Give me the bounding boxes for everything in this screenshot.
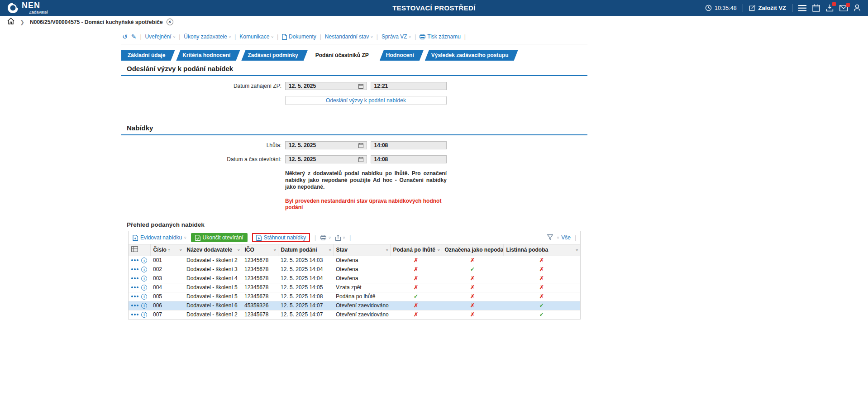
table-row[interactable]: i001Dodavatel - školení 21234567812. 5. … (129, 256, 580, 265)
calendar-icon[interactable] (358, 157, 363, 162)
menu-communication[interactable]: Komunikace ▿ (239, 33, 273, 40)
filter-caret-icon[interactable]: ▿ (180, 248, 182, 252)
column-header-stav[interactable]: Stav ▿ (333, 244, 390, 256)
filter-button[interactable] (547, 234, 553, 241)
column-header-nazev-dodavatele[interactable]: Název dodavatele ▿ (184, 244, 242, 256)
header-settings-cell[interactable] (129, 244, 150, 256)
filter-caret-icon[interactable]: ▿ (499, 248, 501, 252)
table-row[interactable]: i003Dodavatel - školení 41234567812. 5. … (129, 274, 580, 283)
breadcrumb-record-link[interactable]: N006/25/V00004575 - Domácí kuchyňské spo… (30, 19, 163, 25)
opening-date-field[interactable]: 12. 5. 2025 (285, 155, 367, 163)
filter-caret-icon[interactable]: ▿ (274, 248, 276, 252)
column-header-datum-podani[interactable]: Datum podání ▿ (278, 244, 333, 256)
row-menu-icon[interactable] (131, 286, 138, 288)
cell-number: 003 (150, 274, 184, 283)
notification-badge (832, 2, 836, 6)
print-table-button[interactable]: ▿ (320, 235, 331, 240)
finish-opening-button[interactable]: Ukončit otevírání (191, 233, 248, 242)
cell-submitted: 12. 5. 2025 14:05 (278, 283, 333, 292)
edit-record-icon[interactable]: ✎ (131, 33, 137, 40)
current-time: 10:35:48 (715, 5, 737, 11)
column-header-ico[interactable]: IČO ▿ (242, 244, 278, 256)
cell-ico: 45359326 (242, 301, 278, 310)
cell-marked-not-submitted: ✗ (442, 274, 503, 283)
table-row[interactable]: i007Dodavatel - školení 21234567812. 5. … (129, 310, 580, 319)
column-header-podana-po-lhute[interactable]: Podaná po lhůtě ▿ (390, 244, 442, 256)
row-menu-icon[interactable] (131, 259, 138, 261)
row-info-icon[interactable]: i (141, 258, 147, 263)
table-row[interactable]: i004Dodavatel - školení 51234567812. 5. … (129, 283, 580, 292)
cell-submitted: 12. 5. 2025 14:07 (278, 310, 333, 319)
filter-caret-icon[interactable]: ▿ (438, 248, 440, 252)
table-row[interactable]: i005Dodavatel - školení 51234567812. 5. … (129, 292, 580, 301)
deadline-time-field[interactable]: 14:08 (371, 141, 447, 149)
row-info-icon[interactable]: i (141, 285, 147, 291)
chevron-down-icon: ▿ (184, 235, 186, 240)
menu-nonstandard-state[interactable]: Nestandardní stav ▿ (325, 33, 373, 40)
start-time-field[interactable]: 12:21 (371, 82, 447, 90)
start-date-label: Datum zahájení ZP: (121, 83, 285, 89)
row-info-icon[interactable]: i (141, 303, 147, 309)
menu-documents[interactable]: Dokumenty (282, 33, 316, 40)
send-invitation-button[interactable]: Odeslání výzvy k podání nabídek (285, 96, 447, 105)
nen-brand[interactable]: NEN Zadavatel (7, 1, 48, 14)
menu-label: Komunikace (239, 33, 269, 40)
cell-late: ✗ (390, 265, 442, 274)
close-record-icon[interactable]: ✕ (167, 19, 173, 25)
tab-zakladni-udaje[interactable]: Základní údaje (121, 50, 175, 61)
row-menu-icon[interactable] (131, 268, 138, 270)
row-menu-icon[interactable] (131, 314, 138, 315)
opening-time-field[interactable]: 14:08 (371, 155, 447, 163)
row-menu-icon[interactable] (131, 277, 138, 279)
row-menu-icon[interactable] (131, 305, 138, 306)
cell-supplier: Dodavatel - školení 2 (184, 310, 242, 319)
table-row[interactable]: i002Dodavatel - školení 31234567812. 5. … (129, 265, 580, 274)
history-icon[interactable]: ↺ (122, 33, 128, 40)
home-button[interactable] (7, 18, 14, 26)
nonstandard-state-warning: Byl proveden nestandardní stav úprava na… (285, 198, 447, 210)
divider: | (140, 33, 141, 40)
create-vz-button[interactable]: Založit VZ (749, 5, 786, 11)
record-toolbar: ↺ ✎ | Uveřejnění ▿ | Úkony zadavatele ▿ … (121, 28, 587, 44)
menu-button[interactable] (798, 5, 806, 11)
export-table-button[interactable]: ▿ (335, 235, 345, 241)
row-info-icon[interactable]: i (141, 312, 147, 318)
menu-print-record[interactable]: Tisk záznamu (420, 33, 461, 40)
row-info-icon[interactable]: i (141, 294, 147, 300)
deadline-date-field[interactable]: 12. 5. 2025 (285, 141, 367, 149)
download-offers-button[interactable]: Stáhnout nabídky (256, 234, 306, 241)
filter-caret-icon[interactable]: ▿ (329, 248, 331, 252)
column-header-oznacena-jako-nepodana[interactable]: Označena jako nepodaná ▿ (442, 244, 503, 256)
tab-vysledek-zadavaciho-postupu[interactable]: Výsledek zadávacího postupu (425, 50, 518, 61)
column-header-cislo[interactable]: Číslo↑ ▿ (150, 244, 184, 256)
messages-button[interactable] (839, 5, 848, 11)
tab-hodnoceni[interactable]: Hodnocení (380, 50, 424, 61)
downloads-button[interactable] (826, 4, 834, 12)
cross-icon: ✗ (414, 302, 418, 309)
cell-late: ✗ (390, 256, 442, 265)
register-offer-button[interactable]: Evidovat nabídku ▿ (133, 234, 186, 241)
row-menu-icon[interactable] (131, 296, 138, 297)
cell-late: ✗ (390, 274, 442, 283)
filter-caret-icon[interactable]: ▿ (576, 248, 578, 252)
filter-caret-icon[interactable]: ▿ (386, 248, 388, 252)
calendar-icon[interactable] (358, 84, 363, 89)
tab-zadavaci-podminky[interactable]: Zadávací podmínky (241, 50, 307, 61)
tab-kriteria-hodnoceni[interactable]: Kritéria hodnocení (176, 50, 240, 61)
filter-caret-icon[interactable]: ▿ (238, 248, 240, 252)
menu-contracting-tasks[interactable]: Úkony zadavatele ▿ (184, 33, 231, 40)
menu-publication[interactable]: Uveřejnění ▿ (145, 33, 176, 40)
filter-preset-select[interactable]: ▿ Vše (557, 234, 571, 241)
cell-paper-form: ✗ (503, 292, 580, 301)
column-header-listinna-podoba[interactable]: Listinná podoba ▿ (503, 244, 580, 256)
menu-vz-administration[interactable]: Správa VZ ▿ (382, 33, 411, 40)
tab-podani-ucastniku-zp[interactable]: Podání účastníků ZP (309, 50, 378, 61)
start-date-field[interactable]: 12. 5. 2025 (285, 82, 367, 90)
cell-submitted: 12. 5. 2025 14:03 (278, 256, 333, 265)
user-button[interactable] (854, 4, 861, 12)
table-row[interactable]: i006Dodavatel - školení 64535932612. 5. … (129, 301, 580, 310)
row-info-icon[interactable]: i (141, 267, 147, 272)
calendar-icon[interactable] (358, 143, 363, 148)
row-info-icon[interactable]: i (141, 276, 147, 281)
calendar-button[interactable] (812, 4, 820, 12)
